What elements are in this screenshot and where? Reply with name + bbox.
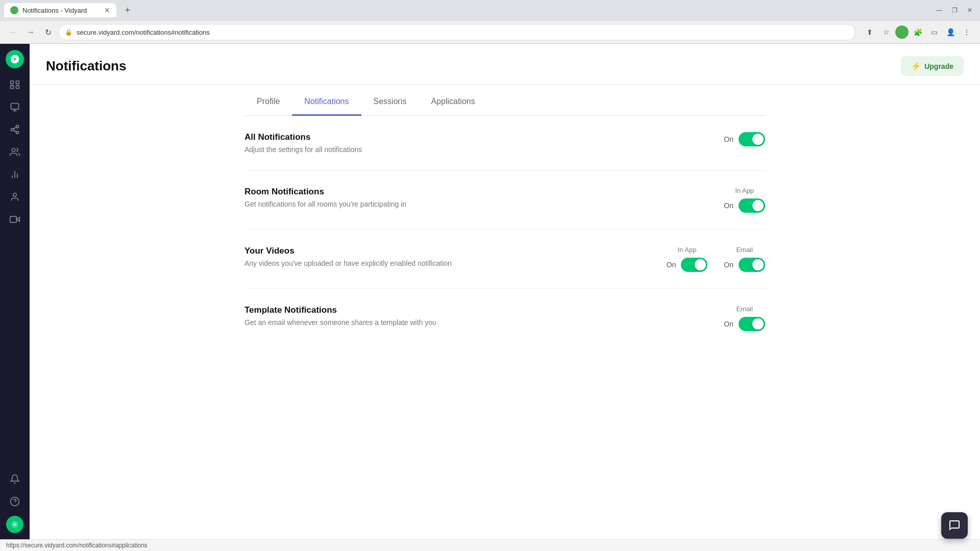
- svg-line-10: [13, 130, 16, 132]
- videos-inapp-toggle[interactable]: [681, 258, 707, 272]
- svg-line-11: [13, 127, 16, 129]
- sidebar-item-analytics[interactable]: [5, 164, 25, 185]
- forward-button[interactable]: →: [23, 25, 38, 39]
- template-email-group: Email On: [724, 305, 765, 331]
- videos-email-toggle[interactable]: [739, 258, 765, 272]
- svg-point-7: [16, 126, 19, 128]
- tab-sessions[interactable]: Sessions: [361, 89, 419, 116]
- reload-button[interactable]: ↻: [41, 25, 55, 39]
- extensions-button[interactable]: 🧩: [911, 25, 925, 39]
- integrations-icon: [10, 124, 20, 135]
- active-browser-tab[interactable]: Notifications - Vidyard ✕: [4, 3, 116, 17]
- minimize-button[interactable]: —: [933, 4, 945, 16]
- contacts-icon: [10, 192, 20, 202]
- sidebar-logo[interactable]: [6, 50, 24, 68]
- section-template-notifications: Template Notifications Get an email when…: [244, 289, 765, 347]
- section-all-info: All Notifications Adjust the settings fo…: [244, 132, 724, 154]
- svg-rect-6: [11, 104, 19, 110]
- videos-email-group: Email On: [724, 246, 765, 272]
- svg-rect-3: [16, 81, 19, 84]
- sidebar-item-notifications[interactable]: [5, 469, 25, 489]
- videos-inapp-label: In App: [678, 246, 697, 254]
- tab-favicon: [10, 6, 18, 14]
- close-window-button[interactable]: ✕: [964, 4, 976, 16]
- tab-profile[interactable]: Profile: [244, 89, 292, 116]
- lock-icon: 🔒: [65, 29, 72, 36]
- svg-marker-17: [16, 217, 19, 221]
- room-inapp-group: In App On: [724, 187, 765, 213]
- svg-rect-5: [16, 86, 19, 89]
- section-room-controls: In App On: [724, 187, 765, 213]
- share-button[interactable]: ⬆: [863, 25, 877, 39]
- videos-email-toggle-text: On: [724, 261, 733, 269]
- svg-point-8: [11, 129, 14, 131]
- profile-extension-icon[interactable]: [895, 26, 909, 39]
- section-room-info: Room Notifications Get notifications for…: [244, 187, 724, 208]
- section-videos-info: Your Videos Any videos you've uploaded o…: [244, 246, 667, 267]
- main-content: Notifications ⚡ Upgrade Profile Notifica…: [30, 44, 980, 539]
- all-notifications-toggle-row: On: [724, 132, 765, 146]
- help-icon: [10, 496, 20, 507]
- room-inapp-toggle-row: On: [724, 198, 765, 213]
- sidebar-item-integrations[interactable]: [5, 119, 25, 140]
- new-tab-button[interactable]: +: [120, 3, 135, 17]
- section-videos-controls: In App On Email On: [667, 246, 765, 272]
- section-room-title: Room Notifications: [244, 187, 724, 197]
- account-button[interactable]: 👤: [943, 25, 958, 39]
- sidebar: [0, 44, 30, 539]
- sidebar-toggle-button[interactable]: ▭: [927, 25, 941, 39]
- app-container: Notifications ⚡ Upgrade Profile Notifica…: [0, 44, 980, 539]
- notifications-icon: [10, 474, 20, 484]
- chat-bubble-button[interactable]: [941, 512, 968, 539]
- section-all-notifications: All Notifications Adjust the settings fo…: [244, 116, 765, 170]
- url-bar[interactable]: 🔒 secure.vidyard.com/notifications#notif…: [58, 24, 855, 40]
- section-template-controls: Email On: [724, 305, 765, 331]
- team-icon: [10, 147, 20, 157]
- sidebar-item-team[interactable]: [5, 142, 25, 162]
- section-all-desc: Adjust the settings for all notification…: [244, 145, 724, 154]
- svg-point-9: [16, 131, 19, 134]
- sidebar-item-contacts[interactable]: [5, 187, 25, 207]
- tab-notifications[interactable]: Notifications: [292, 89, 361, 116]
- library-icon: [10, 102, 20, 112]
- tab-applications[interactable]: Applications: [419, 89, 487, 116]
- template-email-toggle[interactable]: [739, 317, 765, 331]
- sidebar-item-video[interactable]: [5, 209, 25, 230]
- back-button[interactable]: ←: [6, 25, 20, 39]
- sidebar-item-help[interactable]: [5, 491, 25, 512]
- svg-rect-4: [11, 86, 14, 89]
- room-inapp-toggle-text: On: [724, 202, 733, 210]
- restore-button[interactable]: ❐: [948, 4, 961, 16]
- sidebar-item-logo-bottom[interactable]: [6, 516, 23, 533]
- room-inapp-toggle[interactable]: [739, 198, 765, 213]
- videos-inapp-group: In App On: [667, 246, 708, 272]
- notifications-body: All Notifications Adjust the settings fo…: [244, 116, 765, 347]
- video-icon: [10, 214, 20, 224]
- analytics-icon: [10, 169, 20, 180]
- section-videos-title: Your Videos: [244, 246, 667, 256]
- svg-rect-2: [11, 81, 14, 84]
- home-icon: [10, 80, 20, 90]
- section-all-controls: On: [724, 132, 765, 146]
- section-videos-desc: Any videos you've uploaded or have expli…: [244, 259, 667, 267]
- bookmark-button[interactable]: ☆: [879, 25, 893, 39]
- videos-inapp-toggle-row: On: [667, 258, 708, 272]
- status-url: https://secure.vidyard.com/notifications…: [6, 542, 148, 549]
- section-template-info: Template Notifications Get an email when…: [244, 305, 724, 327]
- videos-email-toggle-row: On: [724, 258, 765, 272]
- template-email-toggle-text: On: [724, 320, 733, 328]
- videos-inapp-toggle-text: On: [667, 261, 676, 269]
- section-template-desc: Get an email whenever someone shares a t…: [244, 318, 724, 327]
- vidyard-bottom-icon: [11, 520, 19, 529]
- browser-actions: ⬆ ☆ 🧩 ▭ 👤 ⋮: [863, 25, 974, 39]
- menu-button[interactable]: ⋮: [960, 25, 974, 39]
- page-header: Notifications ⚡ Upgrade: [30, 44, 980, 85]
- sidebar-item-home[interactable]: [5, 74, 25, 95]
- template-email-label: Email: [736, 305, 753, 313]
- sidebar-item-library[interactable]: [5, 97, 25, 117]
- upgrade-icon: ⚡: [911, 61, 921, 71]
- upgrade-button[interactable]: ⚡ Upgrade: [901, 56, 964, 76]
- svg-point-12: [12, 148, 15, 152]
- all-notifications-toggle[interactable]: [739, 132, 765, 146]
- tab-close-button[interactable]: ✕: [104, 6, 110, 14]
